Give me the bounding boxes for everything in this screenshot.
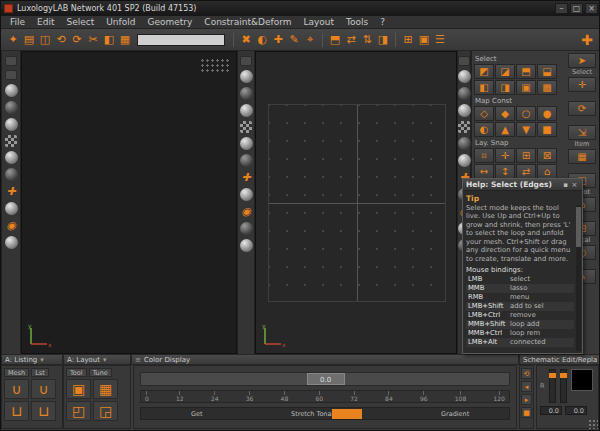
tool-orb-icon[interactable] bbox=[240, 87, 253, 100]
snap-lock-icon[interactable]: ⊠ bbox=[537, 148, 557, 163]
tool-orb-icon[interactable] bbox=[458, 56, 470, 66]
layout-one-icon[interactable]: ▣ bbox=[66, 379, 91, 399]
slice-icon[interactable]: ◨ bbox=[375, 32, 391, 48]
prev-icon[interactable]: ◂ bbox=[521, 381, 532, 392]
menu-item[interactable]: Select bbox=[62, 17, 100, 27]
color-slider-1[interactable] bbox=[549, 369, 556, 403]
viewport-left[interactable]: y x bbox=[21, 51, 237, 354]
bevel-icon[interactable]: ⬒ bbox=[327, 32, 343, 48]
select-lasso-icon[interactable]: ◪ bbox=[495, 64, 515, 79]
snap-grid-icon[interactable]: ⌗ bbox=[474, 148, 494, 163]
clamp-a-icon[interactable]: ⊔ bbox=[4, 401, 29, 421]
add-plus-icon[interactable]: ✚ bbox=[577, 32, 597, 48]
tool-orb-icon[interactable] bbox=[5, 70, 17, 80]
layout-grid-icon[interactable]: ▦ bbox=[93, 379, 118, 399]
stop-icon[interactable]: ■ bbox=[521, 407, 532, 418]
tool-orb-icon[interactable] bbox=[458, 137, 471, 150]
panel-tab[interactable]: Lst bbox=[31, 368, 49, 377]
select-right-icon[interactable]: ◨ bbox=[495, 80, 515, 95]
grid-icon[interactable]: ▦ bbox=[117, 32, 133, 48]
new-icon[interactable]: ✦ bbox=[5, 32, 21, 48]
layers-icon[interactable]: ▤ bbox=[21, 32, 37, 48]
menu-item[interactable]: ? bbox=[375, 17, 390, 27]
select-pattern-icon[interactable]: ▩ bbox=[537, 80, 557, 95]
target-icon[interactable]: ⌖ bbox=[302, 32, 318, 48]
rotate-tool-icon[interactable]: ⟳ bbox=[568, 101, 596, 116]
minimize-button[interactable]: – bbox=[555, 3, 568, 14]
tool-orb-icon[interactable] bbox=[5, 168, 18, 181]
help-scrollbar[interactable] bbox=[576, 205, 581, 351]
tool-orb-icon[interactable] bbox=[240, 154, 253, 167]
flip-icon[interactable]: ⇅ bbox=[359, 32, 375, 48]
color-value-field[interactable]: 0.0 bbox=[565, 406, 587, 415]
gradient-button[interactable]: Gradient bbox=[441, 408, 469, 420]
tool-orb-icon[interactable] bbox=[240, 121, 252, 133]
panel-b-header[interactable]: A: Layout ▾ bbox=[63, 354, 131, 365]
menu-item[interactable]: Layout bbox=[298, 17, 339, 27]
timeline-ruler[interactable]: 0 12 24 36 48 60 bbox=[140, 390, 510, 403]
stretch-tonal-button[interactable]: Stretch Tonal bbox=[291, 408, 333, 420]
tool-orb-icon[interactable] bbox=[240, 205, 253, 218]
tool-orb-icon[interactable] bbox=[240, 171, 253, 184]
slider-thumb[interactable] bbox=[549, 373, 556, 378]
panel-tab[interactable]: Tool bbox=[66, 368, 87, 377]
sphere-icon[interactable]: ◐ bbox=[254, 32, 270, 48]
snap-plane-icon[interactable]: ⊞ bbox=[516, 148, 536, 163]
select-all-icon[interactable]: ▣ bbox=[516, 80, 536, 95]
list-icon[interactable]: ☰ bbox=[432, 32, 448, 48]
tool-orb-icon[interactable] bbox=[240, 188, 253, 201]
snap-swap-icon[interactable]: ⇄ bbox=[516, 164, 536, 179]
magnet-b-icon[interactable]: ∪ bbox=[31, 379, 56, 399]
tool-orb-icon[interactable] bbox=[458, 121, 470, 133]
tool-orb-icon[interactable] bbox=[5, 56, 17, 66]
close-button[interactable]: × bbox=[585, 3, 598, 14]
range-handle[interactable] bbox=[332, 409, 362, 419]
slider-thumb[interactable] bbox=[560, 373, 567, 378]
scrollbar-thumb[interactable] bbox=[576, 207, 581, 247]
snap-y-icon[interactable]: ↕ bbox=[495, 164, 515, 179]
mirror-icon[interactable]: ◧ bbox=[101, 32, 117, 48]
tool-orb-icon[interactable] bbox=[5, 202, 18, 215]
schematic-header[interactable]: Schematic Edit/Replace bbox=[519, 354, 600, 365]
color-value-field[interactable]: 0.0 bbox=[540, 406, 562, 415]
tool-orb-icon[interactable] bbox=[458, 70, 471, 83]
tool-orb-icon[interactable] bbox=[5, 118, 18, 131]
swap-icon[interactable]: ⇄ bbox=[343, 32, 359, 48]
map-diamond-icon[interactable]: ◇ bbox=[474, 106, 494, 121]
tool-orb-icon[interactable] bbox=[5, 236, 18, 249]
collapse-icon[interactable]: ▾ bbox=[40, 356, 44, 364]
collapse-icon[interactable]: ▾ bbox=[103, 356, 107, 364]
pen-icon[interactable]: ✎ bbox=[286, 32, 302, 48]
tool-orb-icon[interactable] bbox=[240, 222, 253, 235]
color-slider-2[interactable] bbox=[560, 369, 567, 403]
menu-item[interactable]: Geometry bbox=[142, 17, 197, 27]
tool-orb-icon[interactable] bbox=[240, 104, 253, 117]
map-half-icon[interactable]: ◐ bbox=[474, 122, 494, 137]
timeline-slider[interactable]: 0.0 bbox=[140, 372, 510, 386]
tool-orb-icon[interactable] bbox=[458, 87, 471, 100]
toolbar-input[interactable] bbox=[137, 34, 225, 46]
resize-grip[interactable] bbox=[588, 419, 598, 429]
layout-split-icon[interactable]: ◰ bbox=[66, 401, 91, 421]
map-dot-icon[interactable]: ● bbox=[537, 106, 557, 121]
menu-item[interactable]: Unfold bbox=[101, 17, 140, 27]
map-down-icon[interactable]: ▼ bbox=[516, 122, 536, 137]
add-icon[interactable]: ✚ bbox=[270, 32, 286, 48]
tool-orb-icon[interactable] bbox=[240, 137, 253, 150]
snap-home-icon[interactable]: ⌂ bbox=[537, 164, 557, 179]
delete-icon[interactable]: ✖ bbox=[238, 32, 254, 48]
viewport-right[interactable]: y x bbox=[255, 51, 457, 354]
move-tool-icon[interactable]: ✛ bbox=[568, 77, 596, 92]
tool-orb-icon[interactable] bbox=[5, 135, 17, 147]
color-preview-swatch[interactable] bbox=[571, 369, 593, 391]
tool-orb-icon[interactable] bbox=[5, 151, 18, 164]
menu-item[interactable]: File bbox=[5, 17, 30, 27]
snap-x-icon[interactable]: ↔ bbox=[474, 164, 494, 179]
next-icon[interactable]: ▸ bbox=[521, 394, 532, 405]
select-box-icon[interactable]: ◩ bbox=[474, 64, 494, 79]
undo-icon[interactable]: ⟲ bbox=[53, 32, 69, 48]
map-up-icon[interactable]: ▲ bbox=[495, 122, 515, 137]
tool-orb-icon[interactable] bbox=[5, 84, 18, 97]
duplicate-icon[interactable]: ◫ bbox=[37, 32, 53, 48]
menu-icon[interactable]: ≡ bbox=[135, 356, 141, 364]
